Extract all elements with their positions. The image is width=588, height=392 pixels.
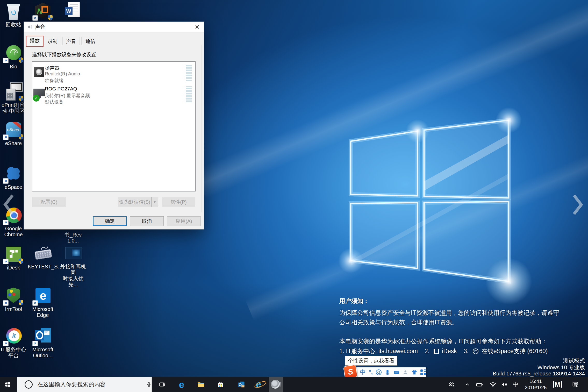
taskbar-search[interactable] [17, 377, 152, 392]
desktop-icon-idesk[interactable]: iDesk [0, 245, 28, 271]
search-mic-icon[interactable] [146, 381, 152, 388]
tray-overflow-chevron[interactable] [462, 377, 472, 392]
apply-button[interactable]: 应用(A) [167, 216, 201, 226]
notice-heading: 用户须知： [339, 297, 369, 305]
build-info-build: Build 17763.rs5_release.180914-1434 [493, 370, 585, 377]
folder-icon [197, 380, 205, 389]
chevron-down-icon: ▼ [153, 200, 156, 204]
task-view-icon [159, 381, 166, 388]
instruction-text: 选择以下播放设备来修改设置: [32, 51, 97, 58]
sogou-ime-bar: S 中 °, [345, 367, 426, 377]
uac-shield-icon [18, 300, 24, 306]
notification-icon [572, 381, 579, 388]
tab-playback[interactable]: 播放 [26, 36, 43, 46]
taskbar-store-button[interactable] [215, 377, 226, 392]
tray-im-button[interactable]: M [551, 377, 564, 392]
taskbar-clock[interactable]: 16:41 2019/1/25 [523, 377, 548, 392]
ime-mode-toggle[interactable]: 中 [360, 368, 366, 376]
tray-volume-button[interactable] [499, 377, 510, 392]
taskbar-ie-button[interactable]: e [253, 377, 264, 392]
word-document-icon: W [64, 2, 82, 20]
desktop-icon-nx-app[interactable]: N [28, 2, 58, 20]
build-info-mode: 测试模式 [563, 357, 585, 364]
task-view-button[interactable] [156, 377, 168, 392]
chevron-left-icon[interactable] [3, 194, 15, 216]
edge-icon: e [33, 287, 52, 305]
uac-shield-icon [18, 57, 24, 63]
device-row-monitor[interactable]: ✓ ROG PG27AQ 英特尔(R) 显示器音频 默认设备 [32, 84, 195, 106]
device-row-speakers[interactable]: 扬声器 Realtek(R) Audio 准备就绪 [32, 63, 195, 84]
toolbox-grid-icon[interactable] [420, 369, 426, 375]
default-device-check-icon: ✓ [33, 95, 40, 102]
speaker-icon [271, 379, 281, 390]
account-icon[interactable] [403, 369, 408, 375]
windows-desktop: { "window": { "title": "声音", "tabs": ["播… [0, 0, 588, 392]
action-center-button[interactable] [569, 377, 582, 392]
taskbar-explorer-button[interactable] [195, 377, 207, 392]
desktop-icon-outlook[interactable]: Microsoft Outloo... [28, 327, 58, 359]
internet-explorer-icon: e [256, 380, 261, 389]
cancel-button[interactable]: 取消 [130, 216, 164, 226]
search-input[interactable] [37, 381, 133, 388]
tray-wifi-button[interactable] [487, 377, 499, 392]
shortcut-arrow-icon [3, 178, 9, 184]
icon-label: IT服务中心平台 [0, 347, 28, 359]
shortcut-arrow-icon [3, 134, 9, 140]
tab-communications[interactable]: 通信 [81, 37, 99, 46]
clock-date: 2019/1/25 [525, 384, 547, 391]
volume-meter [186, 86, 192, 103]
tab-recording[interactable]: 录制 [44, 37, 61, 46]
keyboard-icon [33, 244, 52, 263]
edge-icon: e [179, 380, 184, 389]
configure-button[interactable]: 配置(C) [32, 197, 66, 207]
tray-people-button[interactable] [446, 377, 457, 392]
notice-body-line2: 公司相关政策与行为规范，合理使用IT资源。 [339, 318, 458, 326]
desktop-icon-keytest[interactable]: KEYTEST_S... [28, 244, 58, 270]
ime-punctuation-toggle[interactable]: °, [369, 369, 373, 376]
shortcut-arrow-icon [3, 341, 9, 346]
clock-time: 16:41 [529, 378, 542, 384]
tray-input-indicator[interactable]: 中 [510, 377, 521, 392]
volume-icon [501, 381, 508, 388]
playback-device-list: 扬声器 Realtek(R) Audio 准备就绪 ✓ ROG PG27AQ 英… [32, 61, 196, 191]
taskbar-sound-app-button[interactable] [269, 377, 283, 392]
icon-label: 外接和耳机同 时接入优先... [58, 264, 88, 288]
set-default-button[interactable]: 设为默认值(S) [118, 197, 152, 207]
uac-shield-icon [18, 258, 24, 264]
personalization-tooltip[interactable]: 个性设置，点我看看 [345, 356, 397, 366]
soft-keyboard-icon[interactable] [393, 369, 400, 375]
dialog-titlebar[interactable]: 声音 × [24, 22, 204, 32]
help-item-2-number: 2. [425, 348, 429, 355]
taskbar-edge-button[interactable]: e [176, 377, 187, 392]
close-icon[interactable]: × [190, 22, 204, 32]
start-button[interactable] [0, 377, 15, 392]
properties-button[interactable]: 属性(P) [162, 197, 195, 207]
chevron-up-icon [464, 382, 470, 387]
desktop-icon-irmtool[interactable]: IrmTool [0, 287, 28, 312]
desktop-icon-word-doc[interactable]: W [58, 2, 88, 20]
set-default-dropdown-button[interactable]: ▼ [152, 197, 158, 207]
taskbar-outlook-button[interactable] [235, 377, 247, 392]
icon-label: KEYTEST_S... [28, 264, 58, 270]
wifi-icon [489, 381, 497, 388]
sound-dialog-icon [27, 24, 33, 30]
chevron-right-icon[interactable] [572, 194, 584, 216]
im-app-icon: M [553, 381, 562, 388]
tab-sounds[interactable]: 声音 [62, 37, 80, 46]
voice-input-icon[interactable] [385, 369, 390, 375]
ok-button[interactable]: 确定 [93, 216, 127, 226]
tray-battery-button[interactable] [474, 377, 485, 392]
screenshot-thumbnail-icon [64, 244, 82, 263]
playback-tab-panel: 选择以下播放设备来修改设置: 扬声器 Realtek(R) Audio 准备就绪… [26, 45, 202, 212]
shortcut-arrow-icon [3, 58, 9, 63]
emoji-icon[interactable] [376, 369, 382, 375]
people-icon [448, 381, 455, 388]
volume-meter [186, 65, 192, 82]
desktop-icon-it-center[interactable]: it IT服务中心平台 [0, 327, 28, 359]
device-name: 扬声器 [45, 65, 60, 72]
device-status: 默认设备 [45, 99, 63, 105]
skin-icon[interactable] [412, 369, 417, 375]
desktop-icon-edge[interactable]: e Microsoft Edge [28, 287, 58, 318]
desktop-icon-headset-doc[interactable]: 外接和耳机同 时接入优先... [58, 244, 88, 288]
device-detail: 英特尔(R) 显示器音频 [45, 92, 90, 99]
